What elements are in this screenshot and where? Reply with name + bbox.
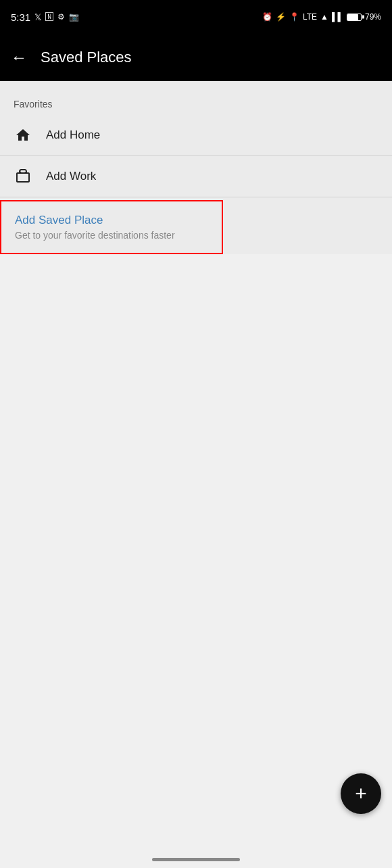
status-bar: 5:31 𝕏 🄽 ⚙ 📷 ⏰ ⚡ 📍 LTE ▲ ▌▌ 79% xyxy=(0,0,392,34)
gear-icon: ⚙ xyxy=(57,12,65,22)
alarm-icon: ⏰ xyxy=(262,12,272,22)
add-work-item[interactable]: Add Work xyxy=(0,156,392,197)
add-saved-place-card[interactable]: Add Saved Place Get to your favorite des… xyxy=(0,200,223,254)
work-icon xyxy=(14,168,32,185)
saved-place-subtitle: Get to your favorite destinations faster xyxy=(15,230,208,241)
fab-plus-icon: + xyxy=(355,783,367,804)
status-right: ⏰ ⚡ 📍 LTE ▲ ▌▌ 79% xyxy=(262,12,381,22)
twitter-icon: 𝕏 xyxy=(34,12,41,22)
time-display: 5:31 xyxy=(11,11,30,23)
add-home-item[interactable]: Add Home xyxy=(0,115,392,155)
home-icon xyxy=(14,127,32,143)
saved-place-title: Add Saved Place xyxy=(15,214,208,227)
notification-icon: 🄽 xyxy=(45,12,53,22)
instagram-icon: 📷 xyxy=(69,12,79,22)
status-left: 5:31 𝕏 🄽 ⚙ 📷 xyxy=(11,11,79,23)
fab-button[interactable]: + xyxy=(341,773,381,814)
favorites-section-label: Favorites xyxy=(0,88,392,115)
back-button[interactable]: ← xyxy=(11,48,27,67)
divider-2 xyxy=(0,197,392,197)
add-home-label: Add Home xyxy=(46,128,100,142)
home-indicator xyxy=(152,858,240,861)
battery-icon xyxy=(347,14,362,21)
signal-bars-icon: ▌▌ xyxy=(332,12,343,22)
main-content: Favorites Add Home Add Work Add Saved Pl… xyxy=(0,81,392,254)
location-icon: 📍 xyxy=(289,12,299,22)
add-work-label: Add Work xyxy=(46,170,96,183)
signal-icon: LTE xyxy=(303,12,317,22)
wifi-icon: ▲ xyxy=(320,12,328,22)
back-arrow-icon: ← xyxy=(11,48,27,67)
battery-percentage: 79% xyxy=(365,12,381,22)
bluetooth-icon: ⚡ xyxy=(276,12,286,22)
app-header: ← Saved Places xyxy=(0,34,392,81)
page-title: Saved Places xyxy=(41,49,132,66)
